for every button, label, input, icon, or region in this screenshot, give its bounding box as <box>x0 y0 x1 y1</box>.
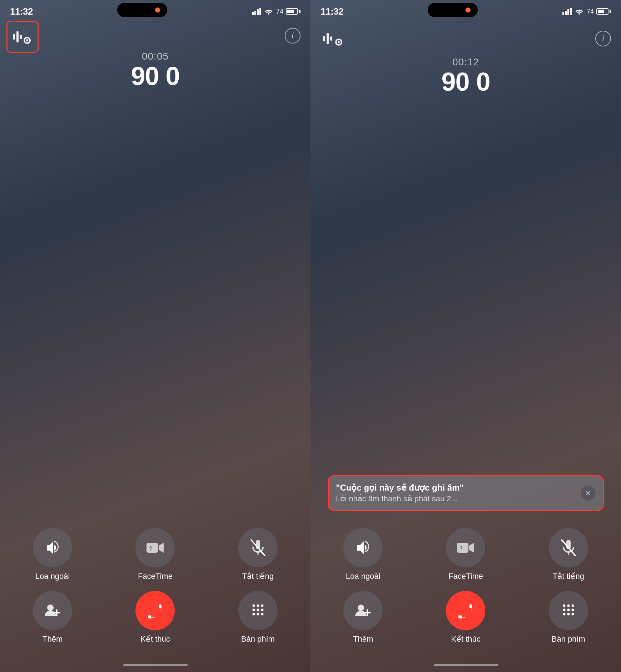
status-icons-left: 74 <box>252 8 300 15</box>
add-label-right: Thêm <box>353 635 373 644</box>
call-buttons-left: Loa ngoài ? FaceTime <box>0 528 310 654</box>
call-info-right: 00:12 90 0 <box>310 49 621 96</box>
battery-right: 74 <box>587 8 611 15</box>
mute-icon-left <box>250 538 266 557</box>
speaker-label-right: Loa ngoài <box>346 572 381 581</box>
svg-rect-28 <box>457 543 468 553</box>
svg-point-34 <box>563 605 565 607</box>
speaker-button-left[interactable] <box>33 528 72 567</box>
buttons-row1-left: Loa ngoài ? FaceTime <box>9 528 302 581</box>
dynamic-island-left <box>117 3 167 17</box>
mute-btn-wrap-right: Tắt tiếng <box>525 528 612 581</box>
facetime-button-right[interactable]: ? <box>446 528 485 567</box>
right-phone-screen: 11:32 74 <box>310 0 621 672</box>
notification-area-right: "Cuộc gọi này sẽ được ghi âm" Lời nhắc â… <box>319 475 612 520</box>
home-indicator-right <box>434 664 498 666</box>
dynamic-island-right <box>428 3 478 17</box>
keypad-btn-wrap-left: Bàn phím <box>214 591 302 644</box>
svg-rect-0 <box>13 34 15 40</box>
mute-label-left: Tắt tiếng <box>242 572 274 581</box>
speaker-button-right[interactable] <box>343 528 383 567</box>
svg-point-19 <box>257 613 259 616</box>
add-button-right[interactable] <box>343 591 383 630</box>
svg-point-42 <box>571 613 574 616</box>
svg-point-5 <box>26 39 28 41</box>
facetime-btn-wrap-left: ? FaceTime <box>111 528 199 581</box>
mute-button-left[interactable] <box>238 528 278 567</box>
add-contact-icon-left <box>43 601 62 620</box>
svg-point-15 <box>252 609 255 611</box>
facetime-label-left: FaceTime <box>138 572 173 581</box>
svg-point-13 <box>257 605 259 607</box>
call-info-left: 00:05 90 0 <box>0 44 310 90</box>
svg-point-41 <box>567 613 570 616</box>
keypad-icon-right <box>560 602 577 619</box>
speaker-btn-wrap-left: Loa ngoài <box>9 528 96 581</box>
waveform-svg-right <box>322 30 344 47</box>
facetime-label-right: FaceTime <box>448 572 483 581</box>
status-time-right: 11:32 <box>321 6 343 17</box>
add-btn-wrap-right: Thêm <box>319 591 407 644</box>
mute-label-right: Tắt tiếng <box>553 572 584 581</box>
svg-point-14 <box>261 605 263 607</box>
svg-rect-23 <box>330 36 332 41</box>
add-button-left[interactable] <box>33 591 72 630</box>
wifi-icon-right <box>575 8 584 15</box>
svg-point-20 <box>261 613 263 616</box>
end-call-label-right: Kết thúc <box>451 635 480 644</box>
status-bar-left: 11:32 74 <box>0 0 310 18</box>
svg-rect-21 <box>323 36 325 41</box>
info-button-right[interactable]: i <box>595 31 611 46</box>
recording-controls-left: i <box>0 21 310 44</box>
end-btn-wrap-right: Kết thúc <box>422 591 510 644</box>
call-timer-left: 00:05 <box>0 51 310 62</box>
end-call-button-left[interactable] <box>135 591 175 630</box>
waveform-record-icon <box>12 28 33 45</box>
mute-button-right[interactable] <box>549 528 588 567</box>
call-number-right: 90 0 <box>310 68 621 96</box>
battery-left: 74 <box>276 8 300 15</box>
speaker-btn-wrap-right: Loa ngoài <box>319 528 407 581</box>
facetime-icon-left: ? <box>146 541 164 555</box>
waveform-icon-right <box>321 28 346 49</box>
svg-point-9 <box>47 605 54 611</box>
status-bar-right: 11:32 74 <box>310 0 621 18</box>
svg-point-16 <box>257 609 259 611</box>
speaker-icon-left <box>43 538 62 557</box>
facetime-button-left[interactable]: ? <box>135 528 175 567</box>
info-button-left[interactable]: i <box>285 28 300 44</box>
notification-subtitle-right: Lời nhắc âm thanh sẽ phát sau 2... <box>336 494 576 503</box>
end-call-button-right[interactable] <box>446 591 485 630</box>
add-label-left: Thêm <box>43 635 63 644</box>
notification-title-right: "Cuộc gọi này sẽ được ghi âm" <box>336 483 576 493</box>
buttons-row2-right: Thêm Kết thúc <box>319 591 612 644</box>
svg-point-26 <box>338 41 340 43</box>
call-timer-right: 00:12 <box>310 56 621 68</box>
svg-point-40 <box>563 613 565 616</box>
end-btn-wrap-left: Kết thúc <box>111 591 199 644</box>
call-number-left: 90 0 <box>0 62 310 90</box>
add-btn-wrap-left: Thêm <box>9 591 96 644</box>
svg-text:?: ? <box>459 546 463 552</box>
svg-point-17 <box>261 609 263 611</box>
end-call-icon-right <box>456 601 476 621</box>
wifi-icon-left <box>264 8 273 15</box>
left-phone-screen: 11:32 74 <box>0 0 310 672</box>
keypad-button-left[interactable] <box>238 591 278 630</box>
keypad-button-right[interactable] <box>549 591 588 630</box>
speaker-label-left: Loa ngoài <box>35 572 70 581</box>
svg-point-39 <box>571 609 574 611</box>
mute-btn-wrap-left: Tắt tiếng <box>214 528 302 581</box>
signal-icon-right <box>562 8 572 15</box>
status-icons-right: 74 <box>562 8 611 15</box>
svg-text:?: ? <box>149 546 152 552</box>
status-time-left: 11:32 <box>10 6 33 17</box>
home-indicator-left <box>123 664 188 666</box>
mute-icon-right <box>560 538 577 557</box>
notification-close-button-right[interactable] <box>581 486 596 501</box>
svg-point-36 <box>571 605 574 607</box>
keypad-label-right: Bàn phím <box>552 635 585 644</box>
svg-rect-1 <box>16 31 19 42</box>
speaker-icon-right <box>354 538 372 557</box>
buttons-row2-left: Thêm Kết thúc <box>9 591 302 644</box>
